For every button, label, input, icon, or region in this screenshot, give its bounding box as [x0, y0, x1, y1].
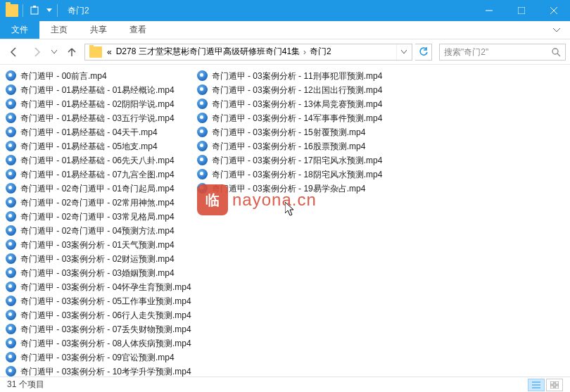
file-name: 奇门遁甲 - 03案例分析 - 12出国出行预测.mp4 [212, 84, 383, 96]
file-item[interactable]: 奇门遁甲 - 02奇门遁甲 - 04预测方法.mp4 [3, 224, 194, 238]
file-name: 奇门遁甲 - 03案例分析 - 09官讼预测.mp4 [20, 352, 175, 364]
file-item[interactable]: 奇门遁甲 - 01易经基础 - 07九宫全图.mp4 [3, 167, 194, 182]
ribbon-tab-home[interactable]: 主页 [39, 21, 79, 39]
file-name: 奇门遁甲 - 02奇门遁甲 - 02常用神煞.mp4 [20, 197, 175, 209]
file-item[interactable]: 奇门遁甲 - 03案例分析 - 14军事事件预测.mp4 [194, 111, 386, 125]
file-name: 奇门遁甲 - 02奇门遁甲 - 01奇门起局.mp4 [20, 183, 175, 195]
file-item[interactable]: 奇门遁甲 - 00前言.mp4 [3, 69, 194, 83]
file-name: 奇门遁甲 - 02奇门遁甲 - 03常见格局.mp4 [20, 211, 175, 223]
file-name: 奇门遁甲 - 03案例分析 - 07丢失财物预测.mp4 [20, 324, 191, 336]
svg-rect-3 [518, 7, 525, 14]
quick-access-toolbar [0, 4, 61, 18]
video-file-icon [6, 324, 17, 335]
file-name: 奇门遁甲 - 03案例分析 - 16股票预测.mp4 [212, 141, 366, 153]
address-dropdown-icon[interactable] [396, 44, 410, 60]
file-item[interactable]: 奇门遁甲 - 03案例分析 - 11刑事犯罪预测.mp4 [194, 69, 386, 83]
video-file-icon [6, 84, 17, 96]
svg-point-6 [552, 49, 558, 54]
video-file-icon [6, 366, 17, 377]
file-item[interactable]: 奇门遁甲 - 01易经基础 - 05地支.mp4 [3, 139, 194, 153]
address-folder-icon [89, 46, 102, 58]
file-name: 奇门遁甲 - 03案例分析 - 05工作事业预测.mp4 [20, 296, 191, 308]
video-file-icon [6, 70, 17, 82]
breadcrumb-item[interactable]: 奇门2 [308, 46, 334, 58]
file-item[interactable]: 奇门遁甲 - 01易经基础 - 04天干.mp4 [3, 125, 194, 139]
video-file-icon [197, 155, 208, 166]
file-name: 奇门遁甲 - 03案例分析 - 02财运预测.mp4 [20, 253, 175, 265]
file-item[interactable]: 奇门遁甲 - 02奇门遁甲 - 02常用神煞.mp4 [3, 196, 194, 210]
file-item[interactable]: 奇门遁甲 - 03案例分析 - 16股票预测.mp4 [194, 139, 386, 153]
file-name: 奇门遁甲 - 03案例分析 - 17阳宅风水预测.mp4 [212, 155, 383, 167]
file-item[interactable]: 奇门遁甲 - 03案例分析 - 15射覆预测.mp4 [194, 125, 386, 139]
file-item[interactable]: 奇门遁甲 - 01易经基础 - 06先天八卦.mp4 [3, 153, 194, 167]
file-name: 奇门遁甲 - 03案例分析 - 04怀孕生育预测.mp4 [20, 282, 191, 293]
video-file-icon [197, 113, 208, 124]
video-file-icon [6, 282, 17, 293]
ribbon-tab-share[interactable]: 共享 [79, 21, 118, 39]
file-item[interactable]: 奇门遁甲 - 03案例分析 - 18阴宅风水预测.mp4 [194, 167, 386, 182]
file-name: 奇门遁甲 - 01易经基础 - 06先天八卦.mp4 [20, 155, 175, 167]
nav-up-button[interactable] [62, 42, 82, 62]
file-name: 奇门遁甲 - 03案例分析 - 03婚姻预测.mp4 [20, 267, 175, 279]
file-item[interactable]: 奇门遁甲 - 03案例分析 - 10考学升学预测.mp4 [3, 365, 194, 377]
status-item-count: 31 个项目 [7, 379, 44, 391]
file-item[interactable]: 奇门遁甲 - 03案例分析 - 17阳宅风水预测.mp4 [194, 153, 386, 167]
file-pane: 奇门遁甲 - 00前言.mp4奇门遁甲 - 01易经基础 - 01易经概论.mp… [0, 65, 570, 377]
properties-icon[interactable] [27, 4, 42, 18]
video-file-icon [6, 253, 17, 265]
ribbon-tab-view[interactable]: 查看 [118, 21, 158, 39]
file-item[interactable]: 奇门遁甲 - 03案例分析 - 12出国出行预测.mp4 [194, 83, 386, 97]
maximize-button[interactable] [505, 0, 538, 21]
file-item[interactable]: 奇门遁甲 - 03案例分析 - 01天气预测.mp4 [3, 238, 194, 252]
file-item[interactable]: 奇门遁甲 - 03案例分析 - 08人体疾病预测.mp4 [3, 336, 194, 350]
file-item[interactable]: 奇门遁甲 - 03案例分析 - 03婚姻预测.mp4 [3, 266, 194, 280]
nav-history-dropdown[interactable] [49, 42, 59, 62]
file-item[interactable]: 奇门遁甲 - 03案例分析 - 02财运预测.mp4 [3, 252, 194, 266]
search-box[interactable] [439, 44, 566, 61]
file-item[interactable]: 奇门遁甲 - 03案例分析 - 04怀孕生育预测.mp4 [3, 280, 194, 294]
refresh-button[interactable] [415, 44, 432, 61]
file-item[interactable]: 奇门遁甲 - 01易经基础 - 03五行学说.mp4 [3, 111, 194, 125]
file-item[interactable]: 奇门遁甲 - 03案例分析 - 19易学杂占.mp4 [194, 182, 386, 196]
video-file-icon [6, 155, 17, 166]
file-item[interactable]: 奇门遁甲 - 03案例分析 - 05工作事业预测.mp4 [3, 294, 194, 308]
file-item[interactable]: 奇门遁甲 - 01易经基础 - 02阴阳学说.mp4 [3, 97, 194, 111]
file-name: 奇门遁甲 - 03案例分析 - 11刑事犯罪预测.mp4 [212, 70, 383, 82]
close-button[interactable] [538, 0, 570, 21]
file-item[interactable]: 奇门遁甲 - 03案例分析 - 07丢失财物预测.mp4 [3, 322, 194, 336]
ribbon-file-tab[interactable]: 文件 [0, 21, 39, 39]
navbar: « D278 三才堂宋慧彬奇门遁甲高级研修班奇门41集 › 奇门2 [0, 39, 570, 65]
ribbon: 文件 主页 共享 查看 [0, 21, 570, 39]
video-file-icon [6, 296, 17, 307]
search-input[interactable] [444, 47, 551, 57]
video-file-icon [6, 169, 17, 180]
file-name: 奇门遁甲 - 01易经基础 - 04天干.mp4 [20, 127, 158, 139]
video-file-icon [6, 310, 17, 321]
file-item[interactable]: 奇门遁甲 - 03案例分析 - 13体局竞赛预测.mp4 [194, 97, 386, 111]
video-file-icon [6, 141, 17, 152]
file-name: 奇门遁甲 - 03案例分析 - 13体局竞赛预测.mp4 [212, 99, 383, 110]
file-item[interactable]: 奇门遁甲 - 03案例分析 - 06行人走失预测.mp4 [3, 308, 194, 322]
nav-back-button[interactable] [4, 42, 24, 62]
video-file-icon [6, 225, 17, 236]
chevron-right-icon[interactable]: › [302, 47, 308, 57]
address-bar[interactable]: « D278 三才堂宋慧彬奇门遁甲高级研修班奇门41集 › 奇门2 [84, 44, 412, 61]
breadcrumb-item[interactable]: D278 三才堂宋慧彬奇门遁甲高级研修班奇门41集 [114, 46, 302, 58]
qat-dropdown-icon[interactable] [46, 4, 53, 18]
video-file-icon [6, 352, 17, 363]
view-details-button[interactable] [528, 379, 545, 391]
svg-rect-14 [555, 386, 559, 388]
video-file-icon [197, 141, 208, 152]
ribbon-expand-icon[interactable] [543, 21, 570, 39]
view-icons-button[interactable] [546, 379, 563, 391]
file-item[interactable]: 奇门遁甲 - 02奇门遁甲 - 01奇门起局.mp4 [3, 182, 194, 196]
video-file-icon [6, 239, 17, 251]
file-item[interactable]: 奇门遁甲 - 02奇门遁甲 - 03常见格局.mp4 [3, 210, 194, 224]
file-item[interactable]: 奇门遁甲 - 01易经基础 - 01易经概论.mp4 [3, 83, 194, 97]
nav-forward-button[interactable] [27, 42, 46, 62]
video-file-icon [197, 127, 208, 138]
svg-rect-1 [33, 6, 36, 8]
breadcrumb-prefix: « [105, 47, 114, 57]
minimize-button[interactable] [473, 0, 505, 21]
file-item[interactable]: 奇门遁甲 - 03案例分析 - 09官讼预测.mp4 [3, 350, 194, 365]
